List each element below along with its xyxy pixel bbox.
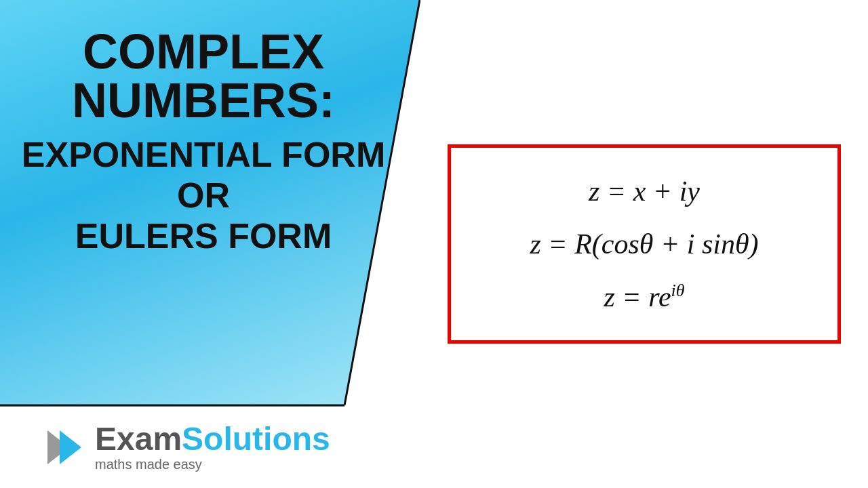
logo-exam-text: Exam: [95, 421, 182, 457]
formula-line-3: z = reiθ: [604, 281, 684, 313]
formula-line-2: z = R(cosθ + i sinθ): [530, 228, 758, 260]
logo-icon: [41, 424, 88, 471]
title-numbers: NUMBERS:: [14, 76, 393, 125]
formula-box: z = x + iy z = R(cosθ + i sinθ) z = reiθ: [448, 144, 841, 344]
logo-solutions-text: Solutions: [182, 421, 330, 457]
subtitle-exponential: EXPONENTIAL FORM OR EULERS FORM: [14, 135, 393, 256]
left-panel: COMPLEX NUMBERS: EXPONENTIAL FORM OR EUL…: [0, 0, 420, 407]
formula-line-1: z = x + iy: [589, 175, 700, 207]
logo-name: ExamSolutions: [95, 423, 330, 455]
logo-tagline: maths made easy: [95, 457, 330, 472]
logo-text-area: ExamSolutions maths made easy: [95, 423, 330, 472]
right-panel: z = x + iy z = R(cosθ + i sinθ) z = reiθ: [420, 0, 868, 488]
logo-strip: ExamSolutions maths made easy: [0, 407, 448, 488]
logo-area: ExamSolutions maths made easy: [41, 423, 330, 472]
title-complex: COMPLEX: [14, 27, 393, 76]
svg-marker-2: [60, 430, 81, 464]
main-container: COMPLEX NUMBERS: EXPONENTIAL FORM OR EUL…: [0, 0, 868, 488]
